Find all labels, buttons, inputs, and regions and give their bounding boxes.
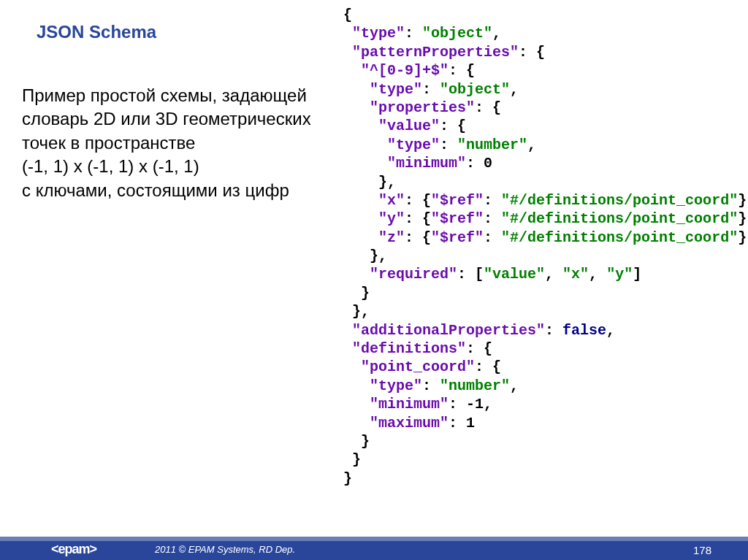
code-block: { "type": "object", "patternProperties":…: [343, 6, 748, 488]
epam-logo: <epam>: [51, 542, 96, 557]
slide: JSON Schema Пример простой схемы, задающ…: [0, 0, 748, 560]
footer-bar: [0, 541, 748, 560]
footer: <epam> 2011 © EPAM Systems, RD Dep. 178: [0, 534, 748, 560]
slide-heading: JSON Schema: [37, 22, 156, 42]
page-number: 178: [693, 544, 711, 556]
copyright-text: 2011 © EPAM Systems, RD Dep.: [155, 544, 295, 555]
slide-description: Пример простой схемы, задающей словарь 2…: [22, 84, 314, 202]
